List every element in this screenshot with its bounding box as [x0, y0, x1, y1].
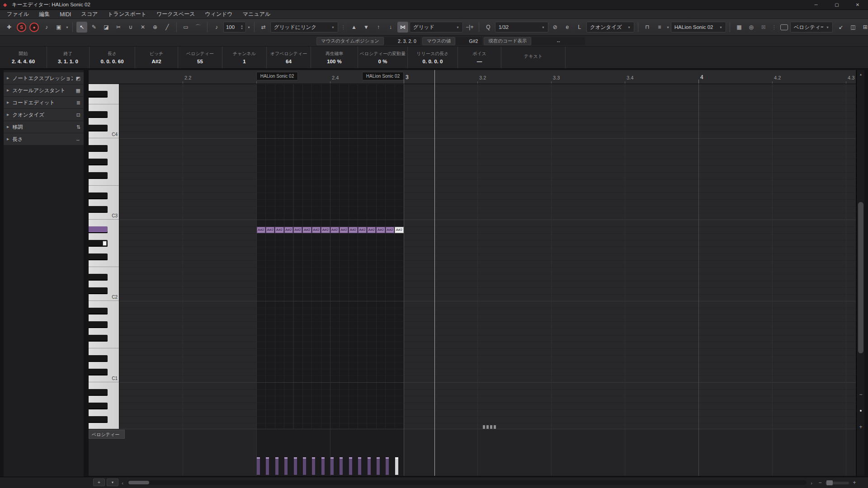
piano-key-A2[interactable] [89, 233, 119, 240]
piano-key-C2[interactable]: C2 [89, 294, 119, 301]
menu-item-scores[interactable]: スコア [76, 10, 103, 19]
insert-velocity-value[interactable]: 100 [226, 24, 235, 30]
piano-key-B0[interactable] [89, 382, 119, 389]
piano-key-D#1[interactable] [89, 355, 119, 362]
loop-icon[interactable]: ⌒ [193, 22, 203, 33]
vertical-zoom-in-button[interactable]: + [857, 423, 865, 431]
quantize-preset-select[interactable]: 1/32▼ [495, 22, 548, 33]
split-tool[interactable]: ✂ [113, 22, 124, 33]
maximize-button[interactable]: ▢ [826, 0, 847, 9]
velocity-bar[interactable] [330, 457, 334, 475]
piano-key-C3[interactable]: C3 [89, 213, 119, 220]
piano-key-D1[interactable] [89, 362, 119, 369]
autoscroll-icon[interactable]: ▣ [53, 22, 64, 33]
velocity-lane-label[interactable]: ベロシティー [89, 430, 125, 439]
grid-relative-icon[interactable]: −|+ [464, 22, 475, 33]
menu-item-window[interactable]: ウィンドウ [200, 10, 237, 19]
move-up-icon[interactable]: ↑ [373, 22, 384, 33]
piano-key-G#3[interactable] [89, 159, 119, 165]
autoscroll-options-arrow[interactable]: ▼ [66, 22, 69, 33]
menu-item-edit[interactable]: 編集 [34, 10, 55, 19]
piano-key-A#0[interactable] [89, 389, 119, 396]
solo-editor-button[interactable]: S [17, 23, 26, 32]
info-value-velocity[interactable]: 55 [197, 59, 203, 64]
insert-velocity-spinner[interactable]: 100▲▼ [223, 22, 246, 33]
piano-key-D#2[interactable] [89, 274, 119, 281]
midi-note[interactable]: A#2 [312, 227, 321, 233]
info-field-channel[interactable]: チャンネル1 [222, 47, 267, 68]
piano-key-A1[interactable] [89, 314, 119, 321]
vertical-scrollbar[interactable]: ▲ − + [856, 70, 864, 476]
piano-key-A3[interactable] [89, 152, 119, 159]
velocity-bar[interactable] [312, 457, 315, 475]
zoom-tool[interactable]: ⊕ [150, 22, 160, 33]
piano-key-E1[interactable] [89, 348, 119, 355]
part-borders-icon[interactable]: ⊓ [642, 22, 653, 33]
piano-key-F3[interactable] [89, 179, 119, 186]
piano-key-B3[interactable] [89, 138, 119, 145]
velocity-bar[interactable] [294, 457, 297, 475]
midi-note[interactable]: A#2 [395, 227, 403, 233]
piano-key-F#4[interactable] [89, 91, 119, 98]
velocity-lane[interactable]: ベロシティー [89, 429, 856, 476]
grid-link-select[interactable]: グリッドにリンク▼ [270, 22, 338, 33]
piano-key-D#4[interactable] [89, 111, 119, 118]
piano-key-C#4[interactable] [89, 125, 119, 131]
inspector-section-note-expression[interactable]: ▶ノートエクスプレッション◩ [4, 72, 84, 84]
inspector-section-scale-assistant[interactable]: ▶スケールアシスタント▦ [4, 84, 84, 96]
midi-note[interactable]: A#2 [376, 227, 385, 233]
piano-key-G#2[interactable] [89, 240, 119, 247]
part-name-tag[interactable]: HALion Sonic 02 [362, 72, 404, 80]
midi-note[interactable]: A#2 [358, 227, 367, 233]
scale-colors-icon[interactable]: ◎ [746, 22, 757, 33]
window-zones-icon[interactable]: ◫ [848, 22, 859, 33]
info-field-velocity-variation[interactable]: ベロシティーの変動量0 % [358, 47, 408, 68]
velocity-bar[interactable] [275, 457, 278, 475]
glue-tool[interactable]: ∪ [125, 22, 136, 33]
menu-item-workspaces[interactable]: ワークスペース [151, 10, 200, 19]
velocity-bar[interactable] [340, 457, 343, 475]
piano-key-G1[interactable] [89, 328, 119, 335]
move-down-icon[interactable]: ↓ [385, 22, 396, 33]
nudge-up-icon[interactable]: ▲ [349, 22, 359, 33]
length-quantize-icon[interactable]: L [574, 22, 585, 33]
horizontal-zoom-thumb[interactable] [826, 480, 833, 485]
velocity-bar[interactable] [349, 457, 352, 475]
midi-note[interactable]: A#2 [330, 227, 339, 233]
piano-key-A#3[interactable] [89, 145, 119, 152]
info-value-length[interactable]: 0. 0. 0. 60 [100, 59, 123, 64]
info-value-end[interactable]: 3. 1. 1. 0 [58, 59, 78, 64]
piano-key-D2[interactable] [89, 281, 119, 287]
piano-key-F#1[interactable] [89, 335, 119, 342]
midi-note[interactable]: A#2 [284, 227, 293, 233]
inspector-section-chord-editing[interactable]: ▶コードエディット≣ [4, 97, 84, 108]
auto-select-controllers-icon[interactable]: ▭ [180, 22, 191, 33]
note-color-select[interactable]: ベロシティー▼ [790, 22, 833, 33]
inspector-section-length[interactable]: ▶長さ↔ [4, 133, 84, 145]
piano-key-D#3[interactable] [89, 192, 119, 199]
timeline-ruler[interactable]: 2.22.433.23.33.444.24.3HALion Sonic 02HA… [89, 70, 856, 84]
info-field-velocity[interactable]: ベロシティー55 [178, 47, 222, 68]
piano-key-D4[interactable] [89, 118, 119, 125]
midi-note[interactable]: A#2 [321, 227, 330, 233]
piano-key-E3[interactable] [89, 186, 119, 192]
piano-key-G0[interactable] [89, 409, 119, 416]
info-field-off-velocity[interactable]: オフベロシティー64 [267, 47, 311, 68]
midi-note[interactable]: A#2 [340, 227, 348, 233]
piano-key-E2[interactable] [89, 267, 119, 274]
piano-key-F0[interactable] [89, 423, 119, 429]
erase-tool[interactable]: ◪ [101, 22, 112, 33]
line-tool[interactable]: ╱ [162, 22, 173, 33]
info-field-probability[interactable]: 再生確率100 % [311, 47, 358, 68]
piano-key-B2[interactable] [89, 220, 119, 226]
piano-key-F4[interactable] [89, 98, 119, 104]
part-layers-arrow[interactable]: ▼ [666, 22, 670, 33]
midi-note[interactable]: A#2 [266, 227, 274, 233]
controller-lane-handle[interactable] [483, 425, 496, 429]
piano-key-G#1[interactable] [89, 321, 119, 328]
grid-type-select[interactable]: グリッド▼ [410, 22, 463, 33]
info-value-probability[interactable]: 100 % [327, 59, 342, 64]
no-colors-icon[interactable]: ⊠ [758, 22, 769, 33]
open-lower-zone-icon[interactable]: ↙ [835, 22, 846, 33]
piano-key-F#3[interactable] [89, 172, 119, 179]
